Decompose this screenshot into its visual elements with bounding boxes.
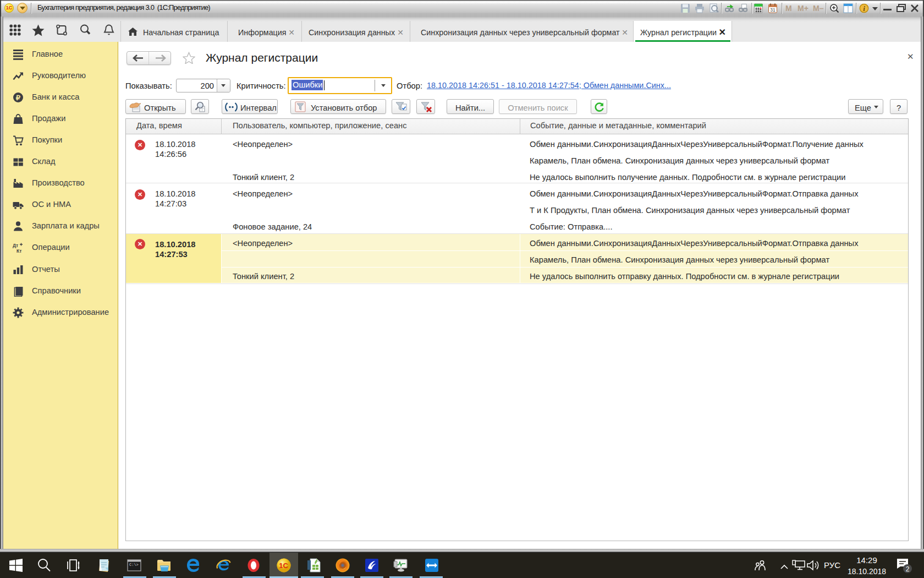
svg-text:1С: 1С [279,561,288,570]
svg-text:31: 31 [770,7,776,13]
svg-text:Кт: Кт [16,248,21,253]
svg-text:C:\>: C:\> [129,563,139,567]
svg-text:₽: ₽ [16,94,21,102]
svg-text:Дт: Дт [13,243,18,248]
svg-text:2: 2 [906,565,910,573]
